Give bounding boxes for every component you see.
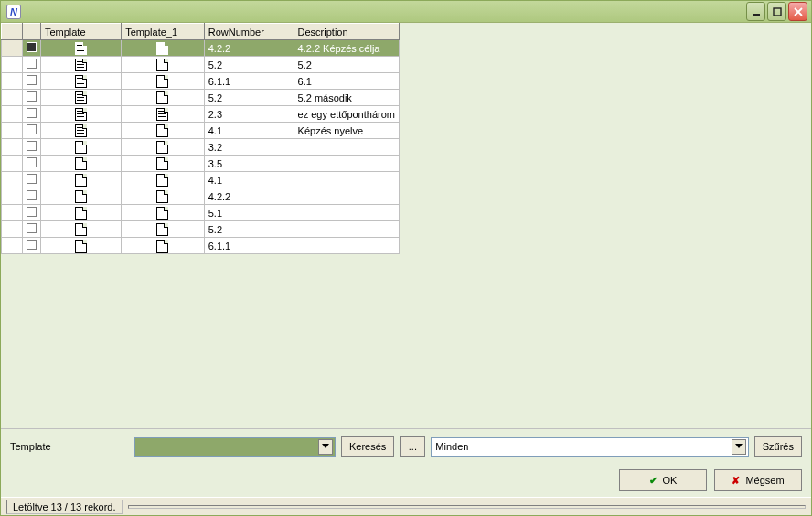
template1-cell[interactable] [122,172,205,188]
table-row[interactable]: 5.25.2 [2,57,400,73]
template-cell[interactable] [40,40,121,57]
row-indicator[interactable] [2,221,23,238]
description-cell[interactable] [294,139,399,156]
row-indicator[interactable] [2,172,23,188]
row-indicator[interactable] [2,205,23,221]
template1-cell[interactable] [122,123,205,139]
template1-cell[interactable] [122,106,205,123]
template-cell[interactable] [40,188,121,205]
template1-cell[interactable] [122,188,205,205]
template-header[interactable]: Template [40,24,121,40]
row-indicator[interactable] [2,156,23,172]
template1-cell[interactable] [122,73,205,90]
table-row[interactable]: 4.1 [2,172,400,188]
template1-cell[interactable] [122,90,205,106]
rownumber-cell[interactable]: 4.2.2 [204,188,294,205]
row-checkbox[interactable] [22,205,40,221]
template-cell[interactable] [40,106,121,123]
description-cell[interactable]: 5.2 [294,57,399,73]
close-button[interactable] [788,2,807,21]
template-cell[interactable] [40,73,121,90]
table-row[interactable]: 4.2.2 [2,188,400,205]
browse-button[interactable]: ... [400,436,425,457]
description-cell[interactable] [294,172,399,188]
cancel-button[interactable]: ✘ Mégsem [714,469,802,491]
rownumber-cell[interactable]: 4.1 [204,172,294,188]
description-cell[interactable] [294,238,399,254]
description-cell[interactable]: ez egy ettőponthárom [294,106,399,123]
checkbox-header[interactable] [22,24,40,40]
titlebar[interactable]: N [1,1,811,23]
row-checkbox[interactable] [22,57,40,73]
table-row[interactable]: 3.5 [2,156,400,172]
description-cell[interactable] [294,156,399,172]
rownumber-header[interactable]: RowNumber [204,24,294,40]
row-checkbox[interactable] [22,90,40,106]
search-button[interactable]: Keresés [341,436,394,457]
row-checkbox[interactable] [22,106,40,123]
maximize-button[interactable] [767,2,786,21]
rownumber-cell[interactable]: 4.2.2 [204,40,294,57]
description-cell[interactable] [294,221,399,238]
template-cell[interactable] [40,57,121,73]
table-row[interactable]: 5.1 [2,205,400,221]
filter-button[interactable]: Szűrés [754,436,802,457]
template-cell[interactable] [40,139,121,156]
description-header[interactable]: Description [294,24,399,40]
row-checkbox[interactable] [22,238,40,254]
row-indicator[interactable] [2,73,23,90]
row-checkbox[interactable] [22,172,40,188]
template-dropdown[interactable] [134,437,336,457]
row-indicator-header[interactable] [2,24,23,40]
row-checkbox[interactable] [22,188,40,205]
row-indicator[interactable] [2,123,23,139]
description-cell[interactable]: 6.1 [294,73,399,90]
table-row[interactable]: 5.25.2 második [2,90,400,106]
rownumber-cell[interactable]: 6.1.1 [204,238,294,254]
template1-cell[interactable] [122,139,205,156]
table-row[interactable]: 6.1.1 [2,238,400,254]
rownumber-cell[interactable]: 5.2 [204,221,294,238]
table-row[interactable]: 4.2.24.2.2 Képzés célja [2,40,400,57]
description-cell[interactable]: 5.2 második [294,90,399,106]
table-row[interactable]: 3.2 [2,139,400,156]
template-cell[interactable] [40,205,121,221]
table-row[interactable]: 4.1Képzés nyelve [2,123,400,139]
description-cell[interactable]: Képzés nyelve [294,123,399,139]
row-checkbox[interactable] [22,73,40,90]
row-checkbox[interactable] [22,123,40,139]
rownumber-cell[interactable]: 4.1 [204,123,294,139]
row-checkbox[interactable] [22,40,40,57]
rownumber-cell[interactable]: 3.5 [204,156,294,172]
filter-dropdown[interactable]: Minden [431,437,748,457]
row-indicator[interactable] [2,139,23,156]
ok-button[interactable]: ✔ OK [619,469,707,491]
template1-cell[interactable] [122,40,205,57]
template1-cell[interactable] [122,156,205,172]
template1-cell[interactable] [122,205,205,221]
row-indicator[interactable] [2,57,23,73]
table-row[interactable]: 6.1.16.1 [2,73,400,90]
row-checkbox[interactable] [22,221,40,238]
template-cell[interactable] [40,90,121,106]
rownumber-cell[interactable]: 5.2 [204,90,294,106]
rownumber-cell[interactable]: 6.1.1 [204,73,294,90]
description-cell[interactable] [294,188,399,205]
template1-cell[interactable] [122,57,205,73]
row-indicator[interactable] [2,40,23,57]
template-cell[interactable] [40,238,121,254]
row-indicator[interactable] [2,188,23,205]
template1-header[interactable]: Template_1 [122,24,205,40]
table-row[interactable]: 5.2 [2,221,400,238]
rownumber-cell[interactable]: 3.2 [204,139,294,156]
rownumber-cell[interactable]: 5.2 [204,57,294,73]
description-cell[interactable] [294,205,399,221]
template1-cell[interactable] [122,221,205,238]
row-indicator[interactable] [2,90,23,106]
rownumber-cell[interactable]: 5.1 [204,205,294,221]
template-cell[interactable] [40,221,121,238]
template-cell[interactable] [40,172,121,188]
row-indicator[interactable] [2,238,23,254]
template-cell[interactable] [40,156,121,172]
table-row[interactable]: 2.3ez egy ettőponthárom [2,106,400,123]
